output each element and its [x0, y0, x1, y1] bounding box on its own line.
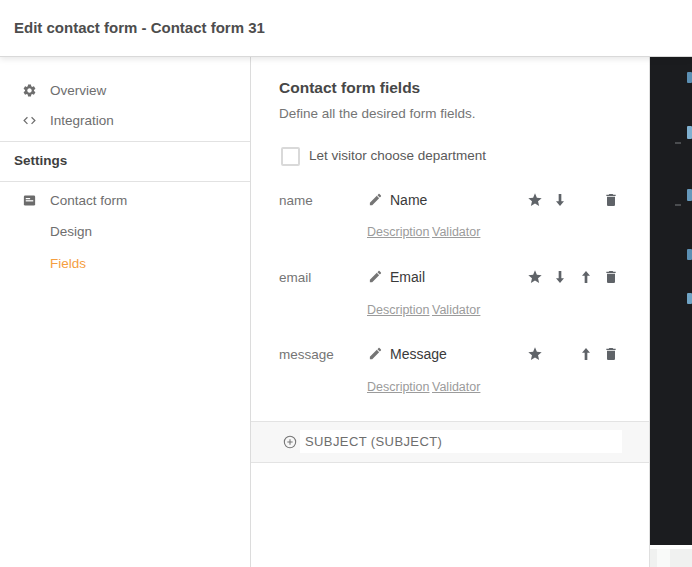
sidebar-item-label: Contact form — [50, 193, 127, 208]
sidebar-item-integration[interactable]: Integration — [0, 109, 250, 133]
star-icon[interactable] — [527, 192, 543, 208]
pencil-icon[interactable] — [368, 192, 383, 207]
star-icon[interactable] — [527, 269, 543, 285]
add-field-row-subject[interactable]: SUBJECT (SUBJECT) — [251, 421, 649, 463]
description-link[interactable]: Description — [367, 225, 430, 239]
validator-link[interactable]: Validator — [432, 303, 480, 317]
sidebar-item-contact-form[interactable]: Contact form — [0, 189, 250, 213]
page-title: Contact form fields — [279, 79, 420, 97]
description-link[interactable]: Description — [367, 303, 430, 317]
contact-form-fields-panel: Contact form fields Define all the desir… — [251, 56, 650, 567]
pencil-icon[interactable] — [368, 346, 383, 361]
star-icon[interactable] — [527, 346, 543, 362]
validator-link[interactable]: Validator — [432, 225, 480, 239]
sidebar-divider — [0, 141, 250, 142]
sidebar-item-label: Integration — [50, 113, 114, 128]
form-icon — [22, 193, 37, 208]
field-key: email — [279, 270, 311, 285]
sidebar-section-settings: Settings — [14, 153, 67, 168]
dialog-title: Edit contact form - Contact form 31 — [14, 19, 265, 36]
sidebar-divider — [0, 181, 250, 182]
background-text-fragment — [687, 293, 692, 304]
background-text-fragment — [687, 72, 692, 83]
trash-icon[interactable] — [603, 346, 619, 362]
validator-link[interactable]: Validator — [432, 380, 480, 394]
page-subtitle: Define all the desired form fields. — [279, 106, 476, 121]
department-checkbox[interactable] — [281, 147, 300, 166]
sidebar: Overview Integration Settings Contact fo… — [0, 56, 251, 567]
dialog-header: Edit contact form - Contact form 31 — [0, 0, 692, 56]
background-text-fragment — [687, 189, 692, 201]
background-corner-block — [650, 549, 692, 567]
background-page-corner — [650, 545, 692, 567]
gear-icon — [22, 83, 37, 98]
background-text-fragment — [687, 249, 692, 260]
field-label: Name — [390, 192, 427, 208]
plus-circle-icon[interactable] — [282, 434, 298, 450]
background-text-fragment — [675, 204, 681, 206]
arrow-down-icon[interactable] — [552, 269, 568, 285]
arrow-up-icon[interactable] — [578, 269, 594, 285]
trash-icon[interactable] — [603, 192, 619, 208]
background-page-strip — [650, 56, 692, 545]
background-corner-block — [657, 549, 670, 567]
field-key: message — [279, 347, 334, 362]
field-label: Email — [390, 269, 425, 285]
trash-icon[interactable] — [603, 269, 619, 285]
field-key: name — [279, 193, 313, 208]
pencil-icon[interactable] — [368, 269, 383, 284]
arrow-up-icon[interactable] — [578, 346, 594, 362]
add-field-input[interactable]: SUBJECT (SUBJECT) — [300, 430, 622, 453]
sidebar-item-label: Fields — [50, 256, 86, 271]
sidebar-item-design[interactable]: Design — [0, 220, 250, 244]
edit-contact-form-dialog: Edit contact form - Contact form 31 Over… — [0, 0, 692, 567]
background-text-fragment — [687, 126, 692, 139]
code-icon — [22, 113, 37, 128]
sidebar-item-overview[interactable]: Overview — [0, 79, 250, 103]
arrow-down-icon[interactable] — [552, 192, 568, 208]
sidebar-item-fields[interactable]: Fields — [0, 252, 250, 276]
sidebar-item-label: Overview — [50, 83, 106, 98]
field-label: Message — [390, 346, 447, 362]
sidebar-item-label: Design — [50, 224, 92, 239]
department-checkbox-label: Let visitor choose department — [309, 148, 486, 163]
description-link[interactable]: Description — [367, 380, 430, 394]
background-text-fragment — [675, 142, 681, 144]
add-field-label: SUBJECT (SUBJECT) — [305, 434, 442, 449]
